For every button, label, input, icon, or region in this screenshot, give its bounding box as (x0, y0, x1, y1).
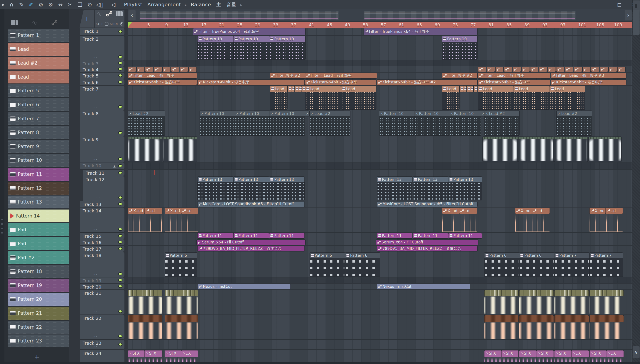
clip-pattern-19[interactable]: Pattern 19 (442, 36, 477, 60)
clip-waveCream[interactable] (128, 296, 162, 314)
playlist-navigator[interactable]: ‹ › (128, 9, 632, 21)
track-header-9[interactable]: Track 9··· (80, 136, 124, 162)
track-mute-led[interactable] (118, 164, 122, 167)
clip-pattern-7[interactable]: Pattern 7 (554, 252, 589, 276)
track-header-2[interactable]: Track 2··· (80, 36, 124, 60)
minimap-section-2[interactable] (364, 11, 576, 20)
pattern-item-pattern-18-18[interactable]: Pattern 18 (8, 265, 69, 278)
playback-tool-icon[interactable]: ◁⃓ (95, 0, 104, 9)
pattern-item-pattern-19-19[interactable]: Pattern 19 (8, 279, 69, 292)
clip-rustStrip[interactable] (128, 316, 162, 322)
add-arrangement-tab[interactable]: + (80, 10, 94, 28)
automation-filter-icon[interactable] (45, 20, 64, 25)
clip-miniL[interactable] (180, 67, 188, 72)
clip-filte-2[interactable]: Filte..频率 #2 (270, 73, 305, 78)
track-header-22[interactable]: Track 22··· (80, 315, 124, 340)
clip-x-nd[interactable]: X..nd (165, 208, 181, 214)
track-header-4[interactable]: Track 4 (80, 66, 124, 72)
clip-d[interactable]: ..d (605, 208, 623, 214)
clip-lead[interactable]: Lead (442, 86, 459, 110)
clip-pattern-13[interactable]: Pattern 13 (234, 177, 269, 200)
clip-pattern-13[interactable]: Pattern 13 (197, 177, 233, 200)
clip-miniL[interactable] (565, 67, 573, 72)
clip-pattern-19[interactable]: Pattern 19 (197, 36, 234, 60)
maximize-button[interactable]: □ (616, 2, 623, 7)
minimap-section-1[interactable] (140, 11, 339, 20)
clip-d[interactable]: ..d (459, 208, 477, 214)
track-header-12[interactable]: Track 12··· (83, 176, 124, 201)
track-header-19[interactable]: Track 19 (80, 278, 124, 284)
track-lane-18[interactable]: Pattern 6Pattern 6Pattern 6Pattern 6Patt… (128, 252, 632, 277)
pattern-item-pattern-9-9[interactable]: Pattern 9 (8, 140, 69, 153)
clip-miniL[interactable] (574, 67, 582, 72)
clip-spikeBody[interactable] (128, 214, 162, 232)
clip-789dv5-ba-mid-filter-reezz[interactable]: 789DV5_BA_MID_FILTER_REEZZ - 通道音高 (377, 246, 477, 251)
clip-waveCream[interactable] (554, 296, 589, 314)
clip-spikeBody[interactable] (589, 214, 623, 232)
clip-mutedMini[interactable]: ✕ (305, 111, 309, 116)
pattern-item-pattern-6-6[interactable]: Pattern 6 (8, 98, 69, 111)
clip-sfx[interactable]: ∿SFX (589, 350, 607, 357)
clip-kickstart-64bit[interactable]: Kickstart-64bit - 混音电平 (305, 80, 376, 85)
clip-miniL[interactable] (522, 67, 530, 72)
track-options-dots[interactable]: ··· (92, 344, 98, 349)
pattern-mode-icon[interactable] (116, 11, 123, 16)
automation-mode-icon[interactable] (106, 11, 112, 16)
preview-speaker-icon[interactable]: ◁ (108, 0, 118, 9)
clip-filter-lead[interactable]: Filter - Lead - 截止频率 (478, 73, 550, 78)
clip-pattern-10[interactable]: ✕Pattern 10 (449, 111, 481, 136)
clip-pattern-19[interactable]: Pattern 19 (234, 36, 270, 60)
clip-audio[interactable] (163, 137, 197, 162)
track-lane-14[interactable]: X..nd..dX..nd..dX..nd..dX..nd..dX..nd..d (128, 208, 632, 232)
clip-x[interactable]: ∿..X (606, 350, 623, 357)
clip-pattern-6[interactable]: Pattern 6 (310, 252, 345, 276)
track-lane-9[interactable] (128, 136, 632, 162)
clip-audio[interactable] (518, 137, 554, 162)
magnet-snap-icon[interactable]: ∩ (7, 0, 17, 9)
clip-playhead[interactable] (154, 170, 155, 175)
track-header-8[interactable]: Track 8··· (80, 110, 124, 136)
clip-miniL[interactable] (478, 67, 486, 72)
clip-sfx[interactable]: ∿SFX (485, 350, 502, 357)
pattern-item-pattern-22-22[interactable]: Pattern 22 (8, 321, 69, 334)
slice-tool-icon[interactable]: ✂ (65, 0, 75, 9)
minimize-button[interactable]: – (602, 2, 608, 7)
track-lane-17[interactable]: 789DV5_BA_MID_FILTER_REEZZ - 通道音高789DV5_… (128, 246, 632, 252)
clip-miniL[interactable] (137, 67, 144, 72)
clip-filter-lead-3[interactable]: Filter - Lead - 截止频率 #3 (551, 73, 626, 78)
clip-lead[interactable]: Lead (514, 86, 550, 110)
clip-leadMini[interactable] (295, 86, 298, 92)
track-mute-led[interactable] (118, 62, 122, 64)
timeline-ruler[interactable]: 5913172125293337414549535761656973778185… (128, 22, 632, 28)
clip-pattern-6[interactable]: Pattern 6 (165, 252, 197, 276)
group-collapse-arrow[interactable]: ▲ (113, 164, 116, 168)
track-lane-22[interactable] (128, 315, 632, 340)
clip-miniL[interactable] (189, 67, 196, 72)
track-options-dots[interactable]: ··· (92, 131, 98, 136)
clip-oliveStrip[interactable] (485, 290, 519, 296)
draw-tool-icon[interactable]: ✐ (26, 0, 36, 9)
track-mute-led[interactable] (118, 196, 122, 199)
clip-lead-2[interactable]: ✕Lead #2 (128, 111, 165, 136)
clip-waveSalmon[interactable] (519, 322, 554, 339)
clip-miniL[interactable] (513, 67, 521, 72)
panel-grip[interactable] (1, 216, 3, 234)
pattern-item-pattern-7-7[interactable]: Pattern 7 (8, 112, 69, 125)
track-header-5[interactable]: Track 5 (80, 72, 124, 79)
clip-leadMini[interactable] (463, 86, 467, 92)
clip-pattern-10[interactable]: ✕Pattern 10 (200, 111, 235, 136)
clip-miniL[interactable] (583, 67, 590, 72)
clip-miniL[interactable] (163, 67, 170, 72)
track-header-18[interactable]: Track 18··· (80, 252, 124, 277)
clip-lead[interactable]: Lead (341, 86, 376, 110)
clip-kickstart-64bit-2[interactable]: Kickstart-64bit - 混音电平 #2 (377, 80, 477, 85)
track-lane-23[interactable] (128, 340, 632, 350)
track-header-11[interactable]: Track 11 (83, 170, 124, 176)
clip-lead-2[interactable]: ✕Lead #2 (557, 111, 592, 136)
track-mute-led[interactable] (118, 335, 122, 338)
pattern-item-pattern-13-13[interactable]: Pattern 13 (8, 196, 69, 208)
clip-oliveStrip[interactable] (519, 290, 554, 296)
pattern-item-pad-16[interactable]: Pad (8, 237, 69, 250)
track-header-1[interactable]: Track 1 (80, 28, 124, 36)
track-options-dots[interactable]: ··· (92, 310, 98, 314)
